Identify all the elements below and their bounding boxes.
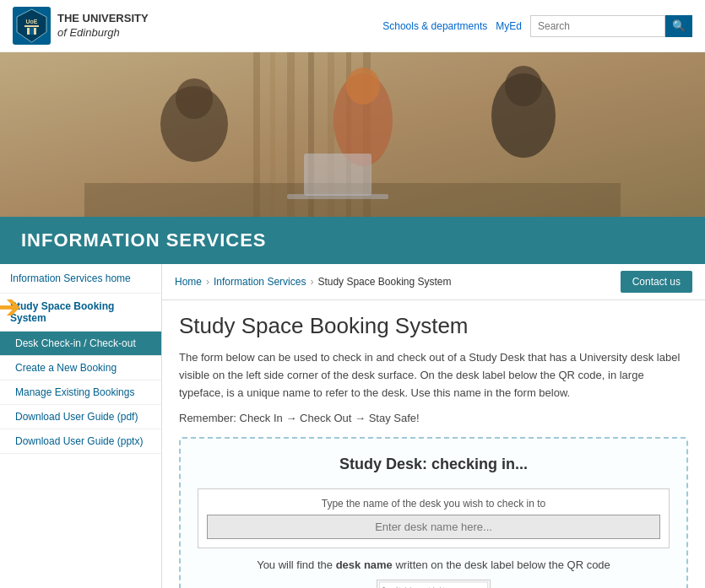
- breadcrumb-sep2: ›: [310, 276, 313, 288]
- contact-button[interactable]: Contact us: [621, 271, 692, 293]
- info-services-title: INFORMATION SERVICES: [21, 229, 267, 251]
- hero-image: [0, 52, 705, 217]
- uni-name-text: THE UNIVERSITY of Edinburgh: [57, 12, 149, 40]
- svg-rect-4: [24, 25, 39, 27]
- page-description: The form below can be used to check in a…: [179, 349, 688, 402]
- sidebar-item-new-booking[interactable]: Create a New Booking: [0, 356, 161, 380]
- breadcrumb-sep1: ›: [206, 276, 209, 288]
- schools-link[interactable]: Schools & departments: [382, 20, 487, 32]
- svg-point-21: [505, 66, 542, 106]
- arrow-indicator: ➔: [0, 289, 22, 323]
- booking-box: Study Desk: checking in... Type the name…: [179, 437, 688, 588]
- page-title: Study Space Booking System: [179, 313, 688, 339]
- desk-label-svg: To use this desk you must check in on th…: [377, 580, 491, 588]
- svg-text:UoE: UoE: [26, 19, 38, 24]
- sidebar-item-checkin[interactable]: Desk Check-in / Check-out: [0, 332, 161, 356]
- desk-input-area: Type the name of the desk you wish to ch…: [198, 488, 670, 548]
- booking-box-title: Study Desk: checking in...: [198, 456, 670, 473]
- myed-link[interactable]: MyEd: [496, 20, 522, 32]
- sidebar-group-title[interactable]: Study Space Booking System: [0, 294, 161, 332]
- info-services-banner: INFORMATION SERVICES: [0, 217, 705, 264]
- top-right-area: Schools & departments MyEd 🔍: [382, 15, 692, 37]
- svg-rect-23: [304, 154, 371, 196]
- breadcrumb: Home › Information Services › Study Spac…: [175, 276, 452, 288]
- search-bar: 🔍: [530, 15, 692, 37]
- layout-wrapper: Information Services home Study Space Bo…: [0, 264, 705, 588]
- page-body: Study Space Booking System The form belo…: [162, 300, 705, 588]
- find-text: You will find the desk name written on t…: [198, 558, 670, 571]
- uni-name-line1: THE UNIVERSITY: [57, 12, 149, 24]
- find-text-suffix: written on the desk label below the QR c…: [393, 558, 610, 571]
- top-bar: UoE THE UNIVERSITY of Edinburgh Schools …: [0, 0, 705, 52]
- hero-svg: [0, 52, 705, 217]
- sidebar-item-guide-pptx[interactable]: Download User Guide (pptx): [0, 429, 161, 454]
- desk-label-container: To use this desk you must check in on th…: [375, 580, 493, 588]
- breadcrumb-current: Study Space Booking System: [317, 276, 451, 288]
- svg-point-19: [346, 67, 380, 105]
- svg-point-17: [176, 78, 213, 119]
- sidebar-item-manage[interactable]: Manage Existing Bookings: [0, 380, 161, 405]
- find-text-bold: desk name: [336, 558, 393, 571]
- top-links: Schools & departments MyEd: [382, 20, 522, 32]
- breadcrumb-home[interactable]: Home: [175, 276, 202, 288]
- search-button[interactable]: 🔍: [665, 15, 692, 37]
- hero-overlay: [0, 52, 705, 217]
- breadcrumb-bar: Home › Information Services › Study Spac…: [162, 264, 705, 300]
- sidebar-top-section: Information Services home: [0, 264, 161, 294]
- svg-rect-24: [287, 194, 388, 199]
- content-area: Home › Information Services › Study Spac…: [162, 264, 705, 588]
- logo-area: UoE THE UNIVERSITY of Edinburgh: [13, 7, 149, 45]
- university-logo: UoE: [13, 7, 51, 45]
- search-input[interactable]: [530, 15, 665, 37]
- remember-text: Remember: Check In → Check Out → Stay Sa…: [179, 412, 688, 424]
- sidebar: Information Services home Study Space Bo…: [0, 264, 162, 588]
- breadcrumb-section[interactable]: Information Services: [214, 276, 306, 288]
- find-text-prefix: You will find the: [257, 558, 335, 571]
- desk-name-input[interactable]: [207, 515, 660, 539]
- svg-rect-6: [30, 28, 34, 35]
- desk-input-label: Type the name of the desk you wish to ch…: [207, 498, 660, 510]
- sidebar-item-guide-pdf[interactable]: Download User Guide (pdf): [0, 405, 161, 429]
- sidebar-home-link[interactable]: Information Services home: [10, 272, 131, 284]
- uni-name-line2: of Edinburgh: [57, 26, 149, 40]
